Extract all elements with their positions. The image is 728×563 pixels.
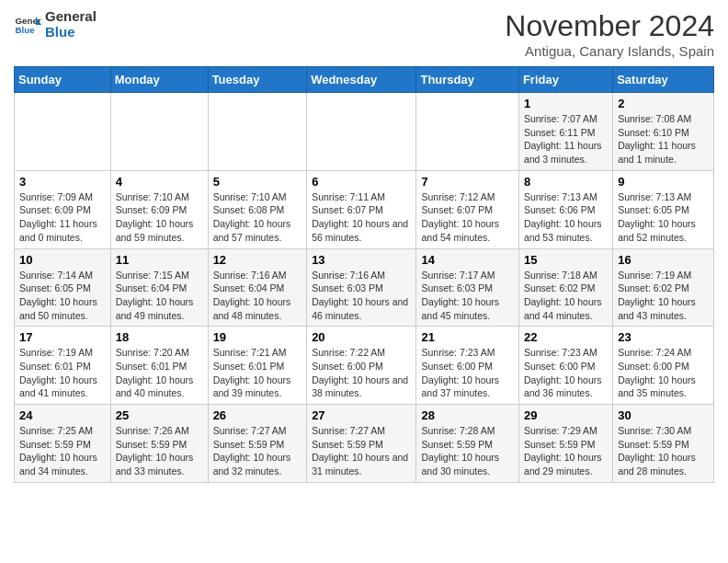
calendar-cell: 6Sunrise: 7:11 AM Sunset: 6:07 PM Daylig… xyxy=(307,170,416,248)
calendar-cell: 22Sunrise: 7:23 AM Sunset: 6:00 PM Dayli… xyxy=(518,327,612,405)
day-info: Sunrise: 7:07 AM Sunset: 6:11 PM Dayligh… xyxy=(524,112,608,167)
calendar-cell: 1Sunrise: 7:07 AM Sunset: 6:11 PM Daylig… xyxy=(518,93,612,171)
day-number: 18 xyxy=(116,330,203,344)
calendar-header-row: SundayMondayTuesdayWednesdayThursdayFrid… xyxy=(15,67,714,93)
column-header-saturday: Saturday xyxy=(613,67,714,93)
calendar-cell: 25Sunrise: 7:26 AM Sunset: 5:59 PM Dayli… xyxy=(110,405,208,483)
day-number: 5 xyxy=(213,175,302,189)
column-header-monday: Monday xyxy=(110,67,208,93)
calendar-cell: 12Sunrise: 7:16 AM Sunset: 6:04 PM Dayli… xyxy=(208,248,307,327)
day-info: Sunrise: 7:10 AM Sunset: 6:08 PM Dayligh… xyxy=(213,190,302,245)
location-subtitle: Antigua, Canary Islands, Spain xyxy=(505,43,714,59)
day-number: 4 xyxy=(116,175,203,189)
day-number: 8 xyxy=(524,175,608,189)
day-number: 25 xyxy=(116,408,203,422)
calendar-cell xyxy=(110,93,208,171)
day-info: Sunrise: 7:13 AM Sunset: 6:05 PM Dayligh… xyxy=(618,190,709,245)
day-info: Sunrise: 7:26 AM Sunset: 5:59 PM Dayligh… xyxy=(116,424,203,478)
calendar-cell: 11Sunrise: 7:15 AM Sunset: 6:04 PM Dayli… xyxy=(110,248,208,327)
column-header-thursday: Thursday xyxy=(416,67,518,93)
calendar-cell: 9Sunrise: 7:13 AM Sunset: 6:05 PM Daylig… xyxy=(613,170,714,248)
calendar-cell: 10Sunrise: 7:14 AM Sunset: 6:05 PM Dayli… xyxy=(15,248,111,327)
day-info: Sunrise: 7:18 AM Sunset: 6:02 PM Dayligh… xyxy=(524,269,608,323)
calendar-week-2: 3Sunrise: 7:09 AM Sunset: 6:09 PM Daylig… xyxy=(15,170,714,248)
column-header-tuesday: Tuesday xyxy=(208,67,307,93)
calendar-cell: 24Sunrise: 7:25 AM Sunset: 5:59 PM Dayli… xyxy=(15,405,111,483)
column-header-wednesday: Wednesday xyxy=(307,67,416,93)
calendar-cell: 29Sunrise: 7:29 AM Sunset: 5:59 PM Dayli… xyxy=(518,405,612,483)
day-info: Sunrise: 7:24 AM Sunset: 6:00 PM Dayligh… xyxy=(618,346,709,400)
day-number: 21 xyxy=(421,330,513,344)
day-info: Sunrise: 7:09 AM Sunset: 6:09 PM Dayligh… xyxy=(19,190,106,245)
day-number: 30 xyxy=(618,408,709,422)
day-number: 29 xyxy=(524,408,608,422)
day-info: Sunrise: 7:16 AM Sunset: 6:04 PM Dayligh… xyxy=(213,269,302,323)
column-header-friday: Friday xyxy=(518,67,612,93)
day-number: 19 xyxy=(213,330,302,344)
calendar-week-4: 17Sunrise: 7:19 AM Sunset: 6:01 PM Dayli… xyxy=(15,327,714,405)
day-info: Sunrise: 7:13 AM Sunset: 6:06 PM Dayligh… xyxy=(524,190,608,245)
day-number: 17 xyxy=(19,330,106,344)
calendar-week-3: 10Sunrise: 7:14 AM Sunset: 6:05 PM Dayli… xyxy=(15,248,714,327)
day-number: 11 xyxy=(116,253,203,267)
day-info: Sunrise: 7:11 AM Sunset: 6:07 PM Dayligh… xyxy=(312,190,411,245)
day-info: Sunrise: 7:17 AM Sunset: 6:03 PM Dayligh… xyxy=(421,269,513,323)
calendar-cell: 23Sunrise: 7:24 AM Sunset: 6:00 PM Dayli… xyxy=(613,327,714,405)
day-info: Sunrise: 7:19 AM Sunset: 6:01 PM Dayligh… xyxy=(19,346,106,400)
day-number: 20 xyxy=(312,330,411,344)
day-info: Sunrise: 7:20 AM Sunset: 6:01 PM Dayligh… xyxy=(116,346,203,400)
day-info: Sunrise: 7:16 AM Sunset: 6:03 PM Dayligh… xyxy=(312,269,411,323)
title-block: November 2024 Antigua, Canary Islands, S… xyxy=(505,9,714,59)
day-number: 22 xyxy=(524,330,608,344)
calendar-cell: 2Sunrise: 7:08 AM Sunset: 6:10 PM Daylig… xyxy=(613,93,714,171)
day-number: 3 xyxy=(19,175,106,189)
day-info: Sunrise: 7:30 AM Sunset: 5:59 PM Dayligh… xyxy=(618,424,709,478)
day-number: 12 xyxy=(213,253,302,267)
logo-general: General xyxy=(45,9,97,25)
day-info: Sunrise: 7:23 AM Sunset: 6:00 PM Dayligh… xyxy=(524,346,608,400)
day-info: Sunrise: 7:14 AM Sunset: 6:05 PM Dayligh… xyxy=(19,269,106,323)
day-number: 2 xyxy=(618,97,709,110)
calendar-cell: 8Sunrise: 7:13 AM Sunset: 6:06 PM Daylig… xyxy=(518,170,612,248)
day-info: Sunrise: 7:15 AM Sunset: 6:04 PM Dayligh… xyxy=(116,269,203,323)
day-info: Sunrise: 7:22 AM Sunset: 6:00 PM Dayligh… xyxy=(312,346,411,400)
day-number: 1 xyxy=(524,97,608,110)
day-number: 9 xyxy=(618,175,709,189)
day-info: Sunrise: 7:27 AM Sunset: 5:59 PM Dayligh… xyxy=(312,424,411,478)
month-title: November 2024 xyxy=(505,9,714,43)
day-number: 24 xyxy=(19,408,106,422)
day-info: Sunrise: 7:27 AM Sunset: 5:59 PM Dayligh… xyxy=(213,424,302,478)
day-info: Sunrise: 7:29 AM Sunset: 5:59 PM Dayligh… xyxy=(524,424,608,478)
day-number: 27 xyxy=(312,408,411,422)
calendar-cell: 27Sunrise: 7:27 AM Sunset: 5:59 PM Dayli… xyxy=(307,405,416,483)
calendar-week-1: 1Sunrise: 7:07 AM Sunset: 6:11 PM Daylig… xyxy=(15,93,714,171)
day-number: 15 xyxy=(524,253,608,267)
calendar-cell xyxy=(208,93,307,171)
calendar-cell: 3Sunrise: 7:09 AM Sunset: 6:09 PM Daylig… xyxy=(15,170,111,248)
calendar-week-5: 24Sunrise: 7:25 AM Sunset: 5:59 PM Dayli… xyxy=(15,405,714,483)
calendar-cell xyxy=(307,93,416,171)
calendar-cell: 13Sunrise: 7:16 AM Sunset: 6:03 PM Dayli… xyxy=(307,248,416,327)
calendar-cell xyxy=(15,93,111,171)
day-number: 23 xyxy=(618,330,709,344)
day-number: 6 xyxy=(312,175,411,189)
page-header: General Blue General Blue November 2024 … xyxy=(14,9,714,59)
day-info: Sunrise: 7:08 AM Sunset: 6:10 PM Dayligh… xyxy=(618,112,709,167)
day-number: 10 xyxy=(19,253,106,267)
day-info: Sunrise: 7:12 AM Sunset: 6:07 PM Dayligh… xyxy=(421,190,513,245)
day-number: 14 xyxy=(421,253,513,267)
day-info: Sunrise: 7:28 AM Sunset: 5:59 PM Dayligh… xyxy=(421,424,513,478)
logo-blue: Blue xyxy=(45,25,97,40)
day-info: Sunrise: 7:21 AM Sunset: 6:01 PM Dayligh… xyxy=(213,346,302,400)
day-number: 28 xyxy=(421,408,513,422)
calendar-cell: 19Sunrise: 7:21 AM Sunset: 6:01 PM Dayli… xyxy=(208,327,307,405)
day-number: 7 xyxy=(421,175,513,189)
day-number: 16 xyxy=(618,253,709,267)
calendar-cell: 5Sunrise: 7:10 AM Sunset: 6:08 PM Daylig… xyxy=(208,170,307,248)
calendar-cell: 15Sunrise: 7:18 AM Sunset: 6:02 PM Dayli… xyxy=(518,248,612,327)
day-info: Sunrise: 7:10 AM Sunset: 6:09 PM Dayligh… xyxy=(116,190,203,245)
column-header-sunday: Sunday xyxy=(15,67,111,93)
day-info: Sunrise: 7:19 AM Sunset: 6:02 PM Dayligh… xyxy=(618,269,709,323)
calendar-cell: 26Sunrise: 7:27 AM Sunset: 5:59 PM Dayli… xyxy=(208,405,307,483)
calendar-cell: 7Sunrise: 7:12 AM Sunset: 6:07 PM Daylig… xyxy=(416,170,518,248)
